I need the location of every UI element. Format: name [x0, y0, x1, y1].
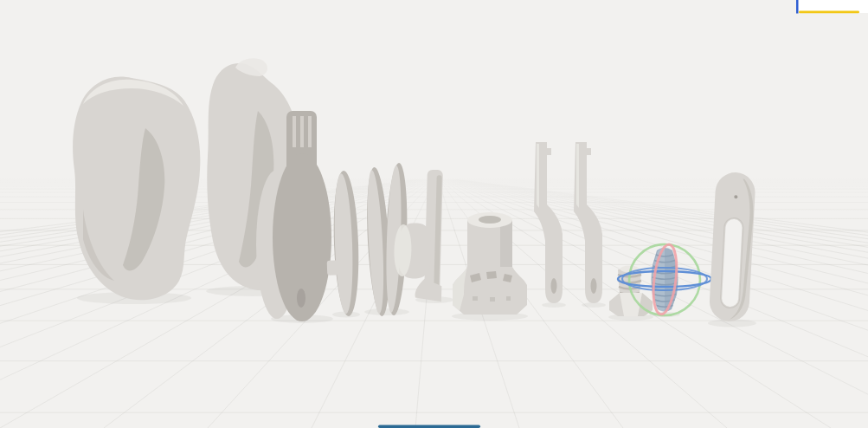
top-right-panel-underline: [799, 11, 859, 14]
bracket-2-edge-highlight: [576, 144, 579, 208]
bracket-1-hole: [551, 278, 557, 294]
round-guide-bottom-hole: [297, 289, 305, 308]
model-slotted-plate[interactable]: [709, 172, 756, 322]
application-window: [0, 0, 868, 428]
bottom-toolbar-fragment[interactable]: [378, 425, 480, 428]
round-guide-stem-slots: [293, 116, 312, 147]
model-bone-left[interactable]: [73, 76, 200, 300]
cup-top-hole: [479, 216, 501, 224]
top-right-panel-fragment[interactable]: [796, 0, 868, 14]
bracket-2-hole: [591, 278, 597, 294]
cup-cylinder-shade: [500, 220, 512, 267]
thin-plate-peg: [327, 260, 339, 275]
top-right-panel-left-border: [796, 0, 799, 14]
viewport-3d-scene: [0, 0, 868, 428]
bracket-1-edge-highlight: [537, 144, 539, 208]
